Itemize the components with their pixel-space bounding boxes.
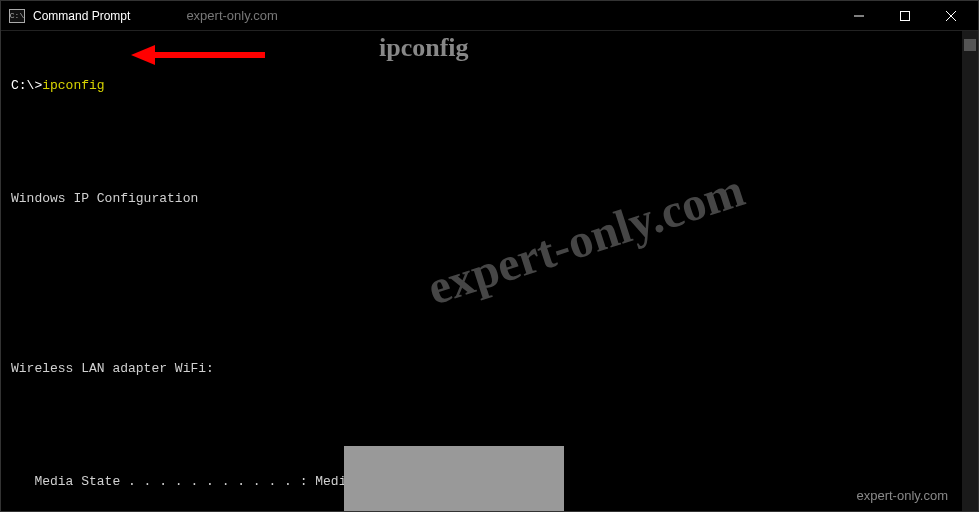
minimize-button[interactable] bbox=[836, 1, 882, 30]
prompt: C:\> bbox=[11, 78, 42, 93]
command-prompt-icon: C:\ bbox=[9, 9, 25, 23]
scrollbar[interactable] bbox=[962, 31, 978, 511]
adapter-title: Wireless LAN adapter WiFi: bbox=[11, 360, 968, 379]
titlebar[interactable]: C:\ Command Prompt expert-only.com bbox=[1, 1, 978, 31]
command: ipconfig bbox=[42, 78, 104, 93]
maximize-button[interactable] bbox=[882, 1, 928, 30]
svg-rect-1 bbox=[901, 11, 910, 20]
terminal-output[interactable]: C:\>ipconfig Windows IP Configuration Wi… bbox=[1, 31, 978, 511]
window-title: Command Prompt bbox=[33, 9, 130, 23]
prompt-line: C:\>ipconfig bbox=[11, 77, 968, 96]
window-controls bbox=[836, 1, 974, 30]
scrollbar-thumb[interactable] bbox=[964, 39, 976, 51]
titlebar-watermark: expert-only.com bbox=[186, 8, 278, 23]
output-header: Windows IP Configuration bbox=[11, 190, 968, 209]
redaction-block bbox=[344, 446, 564, 511]
close-button[interactable] bbox=[928, 1, 974, 30]
command-prompt-window: C:\ Command Prompt expert-only.com C:\>i… bbox=[0, 0, 979, 512]
